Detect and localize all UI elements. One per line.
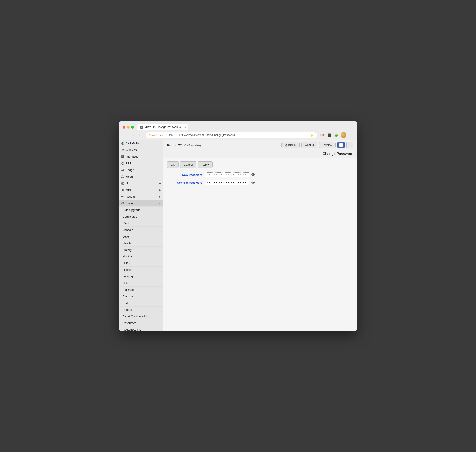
sidebar-item-resources[interactable]: Resources (119, 320, 163, 326)
tab-title: MikroTik - Change Password a... (144, 126, 183, 129)
page-header-title: Change Password (323, 152, 354, 156)
page-header: Change Password (163, 150, 357, 158)
system-icon (121, 202, 124, 205)
sidebar-label-wireless: Wireless (126, 148, 137, 152)
toolbar-icons: LD ⬛ 🧩 ⋮ (319, 132, 354, 138)
browser-chrome: M MikroTik - Change Password a... × + ← … (119, 121, 357, 140)
svg-rect-18 (122, 183, 124, 184)
ppp-icon (121, 162, 124, 165)
profile-avatar[interactable] (340, 132, 346, 138)
extensions-button[interactable]: 🧩 (333, 132, 339, 138)
svg-rect-4 (123, 155, 124, 157)
sidebar-item-note[interactable]: Note (119, 280, 163, 286)
sidebar-item-routerboard[interactable]: RouterBOARD (119, 326, 163, 331)
active-tab[interactable]: M MikroTik - Change Password a... × (137, 124, 189, 130)
bridge-icon (121, 169, 124, 172)
show-confirm-password-toggle[interactable] (251, 181, 255, 184)
sidebar-item-system[interactable]: System ▼ (119, 200, 163, 207)
maximize-window-button[interactable] (131, 126, 134, 129)
sidebar-item-ppp[interactable]: PPP (119, 160, 163, 167)
address-text: 192.168.0.93/webfig/#System:Users.Change… (169, 133, 235, 137)
warning-icon: ⚠ (149, 134, 151, 137)
sidebar-item-identity[interactable]: Identity (119, 253, 163, 260)
sidebar: CAPsMAN Wireless Interfaces (119, 140, 163, 331)
more-menu-button[interactable]: ⋮ (348, 132, 354, 138)
sidebar-item-routing[interactable]: Routing ▶ (119, 193, 163, 200)
new-tab-button[interactable]: + (189, 124, 195, 130)
sidebar-item-packages[interactable]: Packages (119, 286, 163, 293)
svg-rect-25 (340, 144, 341, 145)
svg-point-14 (123, 177, 124, 178)
sidebar-label-certificates: Certificates (122, 215, 137, 218)
top-bar: RouterOS v6.47 (stable) Quick Set WebFig… (163, 140, 357, 150)
sidebar-item-health[interactable]: Health (119, 240, 163, 247)
new-password-label: New Password (167, 173, 203, 177)
sidebar-item-password[interactable]: Password (119, 293, 163, 300)
webfig-button[interactable]: WebFig (301, 142, 317, 148)
reload-button[interactable]: ↺ (138, 132, 143, 138)
svg-rect-31 (349, 146, 351, 146)
interfaces-icon (121, 155, 124, 158)
sidebar-item-disks[interactable]: Disks (119, 233, 163, 240)
forward-button[interactable]: → (130, 132, 136, 138)
router-version: v6.47 (stable) (184, 144, 201, 147)
routing-icon (121, 195, 124, 198)
sidebar-label-logging: Logging (122, 275, 133, 278)
show-password-toggle[interactable] (251, 173, 255, 177)
confirm-password-input[interactable] (205, 180, 249, 185)
mpls-icon (121, 188, 124, 192)
sidebar-item-wireless[interactable]: Wireless (119, 147, 163, 153)
terminal-button[interactable]: Terminal (319, 142, 336, 148)
sidebar-label-history: History (122, 248, 131, 252)
sidebar-label-capsman: CAPsMAN (126, 142, 139, 145)
cancel-button[interactable]: Cancel (180, 161, 197, 168)
extension-icon-2[interactable]: ⬛ (326, 132, 332, 138)
ok-button[interactable]: OK (167, 161, 179, 168)
quick-set-button[interactable]: Quick Set (281, 142, 299, 148)
sidebar-item-certificates[interactable]: Certificates (119, 213, 163, 220)
minimize-window-button[interactable] (127, 126, 130, 129)
sidebar-item-reboot[interactable]: Reboot (119, 306, 163, 313)
sidebar-item-ip[interactable]: IP ▶ (119, 180, 163, 187)
sidebar-label-reboot: Reboot (122, 308, 132, 311)
address-field[interactable]: ⚠ Not Secure | 192.168.0.93/webfig/#Syst… (145, 132, 318, 138)
sidebar-label-ppp: PPP (126, 162, 131, 165)
active-view-button[interactable] (337, 142, 345, 148)
sidebar-item-bridge[interactable]: Bridge (119, 167, 163, 173)
svg-rect-26 (341, 144, 343, 145)
svg-point-12 (122, 175, 123, 176)
svg-rect-30 (349, 145, 351, 145)
sidebar-item-ports[interactable]: Ports (119, 300, 163, 306)
sidebar-label-auto-upgrade: Auto Upgrade (122, 208, 140, 212)
sidebar-item-leds[interactable]: LEDs (119, 260, 163, 266)
svg-line-15 (122, 176, 123, 177)
sidebar-item-console[interactable]: Console (119, 227, 163, 233)
lock-icon: ⭐ (310, 133, 314, 137)
icon-view-button[interactable] (346, 142, 354, 148)
sidebar-label-license: License (122, 268, 133, 272)
sidebar-label-console: Console (122, 228, 133, 232)
sidebar-item-mpls[interactable]: MPLS ▶ (119, 187, 163, 193)
sidebar-item-reset-config[interactable]: Reset Configuration (119, 313, 163, 320)
close-tab-button[interactable]: × (184, 126, 186, 128)
back-button[interactable]: ← (122, 132, 128, 138)
sidebar-item-clock[interactable]: Clock (119, 220, 163, 227)
svg-rect-29 (349, 144, 351, 144)
tab-favicon: M (140, 126, 143, 129)
apply-button[interactable]: Apply (198, 161, 213, 168)
extension-icon-1[interactable]: LD (319, 132, 325, 138)
main-content: RouterOS v6.47 (stable) Quick Set WebFig… (163, 140, 357, 331)
routing-arrow: ▶ (159, 195, 161, 198)
sidebar-item-capsman[interactable]: CAPsMAN (119, 140, 163, 147)
sidebar-item-license[interactable]: License (119, 266, 163, 273)
sidebar-item-auto-upgrade[interactable]: Auto Upgrade (119, 207, 163, 213)
confirm-password-row: Confirm Password (167, 180, 354, 185)
new-password-input[interactable] (205, 172, 249, 177)
sidebar-item-mesh[interactable]: Mesh (119, 173, 163, 180)
sidebar-item-logging[interactable]: Logging (119, 273, 163, 280)
close-window-button[interactable] (122, 126, 125, 129)
sidebar-item-history[interactable]: History (119, 247, 163, 253)
tab-bar: M MikroTik - Change Password a... × + (137, 124, 354, 130)
sidebar-label-leds: LEDs (122, 261, 130, 265)
sidebar-item-interfaces[interactable]: Interfaces (119, 153, 163, 160)
